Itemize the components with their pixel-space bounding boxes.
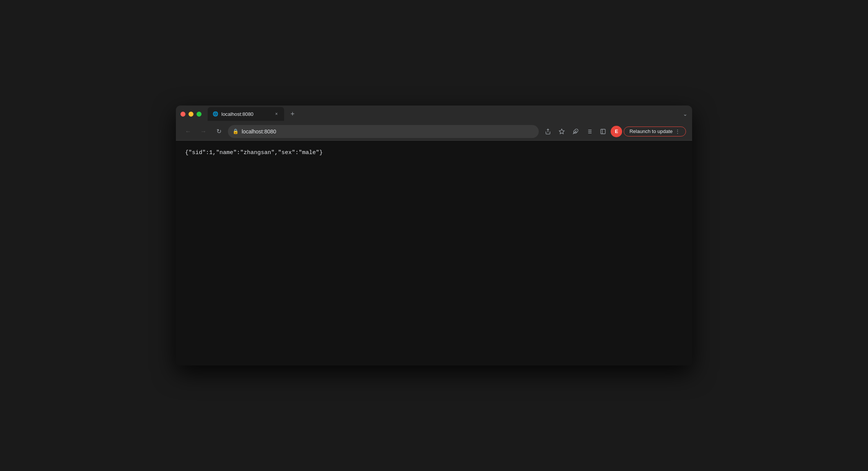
profile-avatar-button[interactable]: E — [611, 126, 622, 137]
bookmark-button[interactable] — [556, 125, 568, 138]
browser-window: 🌐 localhost:8080 × + ⌄ ← → ↻ 🔒 localhost… — [176, 106, 692, 365]
close-traffic-light[interactable] — [180, 112, 185, 117]
nav-bar: ← → ↻ 🔒 localhost:8080 — [176, 122, 692, 141]
tab-title: localhost:8080 — [221, 111, 270, 117]
back-button[interactable]: ← — [182, 125, 194, 138]
svg-marker-1 — [559, 129, 564, 134]
tab-favicon-icon: 🌐 — [212, 111, 218, 117]
content-area: {"sid":1,"name":"zhangsan","sex":"male"} — [176, 141, 692, 365]
sidebar-button[interactable] — [597, 125, 609, 138]
new-tab-button[interactable]: + — [287, 109, 298, 119]
tab-close-icon[interactable]: × — [273, 111, 280, 117]
nav-actions: E Relaunch to update ⋮ — [542, 125, 686, 138]
relaunch-update-button[interactable]: Relaunch to update ⋮ — [624, 127, 686, 136]
forward-button[interactable]: → — [197, 125, 210, 138]
svg-rect-10 — [601, 129, 605, 134]
page-json-content: {"sid":1,"name":"zhangsan","sex":"male"} — [185, 148, 683, 158]
address-bar[interactable]: 🔒 localhost:8080 — [228, 125, 539, 138]
relaunch-label: Relaunch to update — [629, 128, 673, 134]
traffic-lights — [180, 112, 202, 117]
relaunch-more-icon[interactable]: ⋮ — [675, 128, 680, 135]
active-tab[interactable]: 🌐 localhost:8080 × — [208, 107, 284, 121]
reload-button[interactable]: ↻ — [213, 125, 225, 138]
tab-search-button[interactable] — [583, 125, 595, 138]
share-button[interactable] — [542, 125, 554, 138]
maximize-traffic-light[interactable] — [197, 112, 202, 117]
address-lock-icon: 🔒 — [232, 128, 239, 134]
extensions-button[interactable] — [569, 125, 582, 138]
tab-bar-chevron-icon[interactable]: ⌄ — [683, 111, 688, 117]
minimize-traffic-light[interactable] — [189, 112, 193, 117]
tab-bar: 🌐 localhost:8080 × + ⌄ — [176, 106, 692, 122]
address-text: localhost:8080 — [242, 128, 534, 135]
